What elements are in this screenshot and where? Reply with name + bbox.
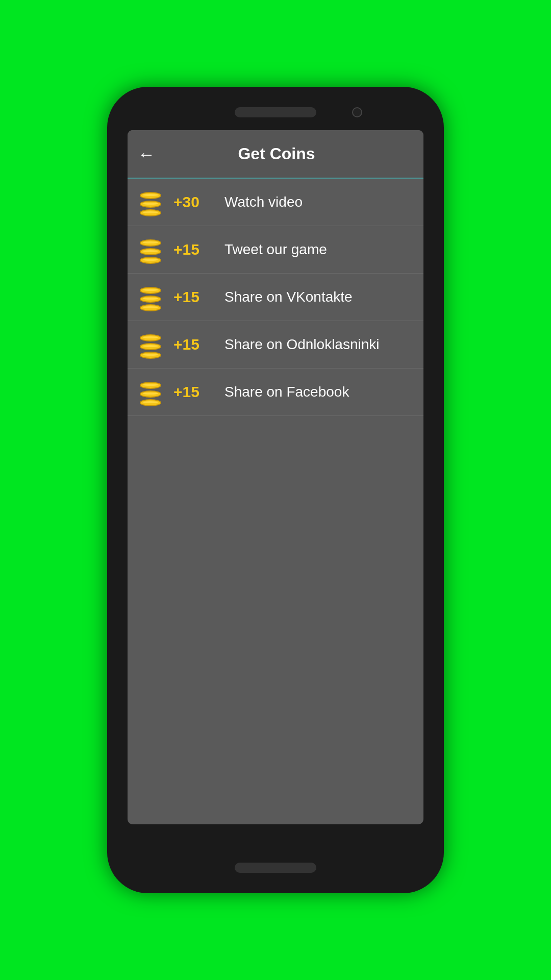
phone-speaker-bottom: [235, 863, 316, 873]
coin-item-share-ok[interactable]: +15Share on Odnloklasninki: [128, 321, 423, 369]
coin-amount: +15: [173, 241, 214, 258]
coin-amount: +15: [173, 288, 214, 306]
coin-stack-icon: [138, 334, 163, 355]
coin-label: Share on Facebook: [224, 384, 349, 400]
app-header: ← Get Coins: [128, 130, 423, 179]
coin-item-watch-video[interactable]: +30Watch video: [128, 179, 423, 226]
phone-speaker-top: [235, 107, 316, 117]
coin-item-share-facebook[interactable]: +15Share on Facebook: [128, 369, 423, 416]
coin-label: Tweet our game: [224, 241, 327, 258]
back-button[interactable]: ←: [138, 145, 155, 163]
coin-amount: +30: [173, 193, 214, 211]
coin-item-tweet-game[interactable]: +15Tweet our game: [128, 226, 423, 274]
coin-stack-icon: [138, 287, 163, 307]
coin-label: Share on VKontakte: [224, 289, 353, 305]
coin-stack-icon: [138, 239, 163, 260]
coin-label: Share on Odnloklasninki: [224, 336, 380, 353]
coins-list: +30Watch video +15Tweet our game +15Shar…: [128, 179, 423, 416]
phone-screen: ← Get Coins +30Watch video +15Tweet our …: [128, 130, 423, 824]
page-title: Get Coins: [160, 144, 393, 163]
coin-item-share-vk[interactable]: +15Share on VKontakte: [128, 274, 423, 321]
coin-amount: +15: [173, 336, 214, 353]
phone-camera: [352, 107, 362, 117]
coin-label: Watch video: [224, 194, 303, 210]
coin-amount: +15: [173, 383, 214, 401]
coin-stack-icon: [138, 192, 163, 212]
phone-frame: ← Get Coins +30Watch video +15Tweet our …: [107, 87, 444, 893]
coin-stack-icon: [138, 382, 163, 402]
